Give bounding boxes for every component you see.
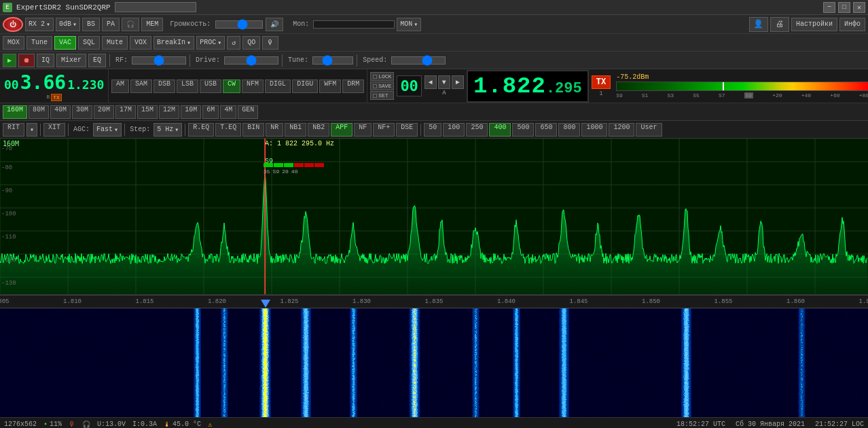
band-gen-button[interactable]: GEN	[238, 105, 258, 119]
iq-button[interactable]: IQ	[37, 54, 54, 67]
vac-button[interactable]: VAC	[54, 36, 76, 50]
freq-250-button[interactable]: 250	[466, 123, 488, 137]
nr-button[interactable]: NR	[266, 123, 283, 137]
speed-slider[interactable]	[391, 56, 446, 65]
play-button[interactable]: ▶	[3, 54, 16, 67]
band-20m-button[interactable]: 20M	[94, 105, 114, 119]
mic-status-icon: 🎙	[69, 421, 75, 429]
freq-user-button[interactable]: User	[636, 123, 662, 137]
print-icon-button[interactable]: 🖨	[770, 17, 789, 32]
nfplus-button[interactable]: NF+	[373, 123, 395, 137]
drm-button[interactable]: DRM	[342, 79, 364, 93]
settings-button[interactable]: Настройки	[791, 18, 837, 31]
nf-button[interactable]: NF	[354, 123, 372, 137]
gain-select[interactable]: 0dB▾	[56, 18, 80, 31]
smeter-s3: S3	[668, 92, 674, 99]
mox-button[interactable]: MOX	[3, 36, 24, 50]
sql-button[interactable]: SQL	[78, 36, 100, 50]
mic-button[interactable]: 🎙	[262, 36, 278, 50]
am-button[interactable]: AM	[111, 79, 129, 93]
refresh-button[interactable]: ↺	[227, 36, 240, 50]
info-button[interactable]: Инфо	[839, 18, 865, 31]
agc-select[interactable]: Fast▾	[93, 123, 122, 137]
nfm-button[interactable]: NFM	[242, 79, 264, 93]
usb-button[interactable]: USB	[200, 79, 221, 93]
rf-label: RF:	[113, 56, 130, 64]
band-10m-button[interactable]: 10M	[181, 105, 201, 119]
mute-button[interactable]: Mute	[102, 36, 128, 50]
mem-button[interactable]: MEM	[141, 18, 163, 31]
dse-button[interactable]: DSE	[396, 123, 418, 137]
qo-button[interactable]: QO	[242, 36, 260, 50]
freq-50-button[interactable]: 50	[424, 123, 441, 137]
freq-1000-button[interactable]: 1000	[581, 123, 607, 137]
rx-select[interactable]: RX 2▾	[25, 18, 54, 31]
band-40m-button[interactable]: 40M	[50, 105, 71, 119]
close-button[interactable]: ✕	[853, 2, 865, 13]
pa-button[interactable]: PA	[102, 18, 120, 31]
proc-select[interactable]: PROC▾	[196, 36, 225, 50]
nav-down-button[interactable]: ▼	[438, 75, 450, 89]
title-input[interactable]	[115, 2, 196, 12]
freq-tick-1.835: 1.835	[424, 298, 443, 305]
bin-button[interactable]: BIN	[242, 123, 264, 137]
band-17m-button[interactable]: 17M	[115, 105, 136, 119]
nav-right-button[interactable]: ►	[452, 75, 464, 89]
volume-slider[interactable]	[215, 20, 263, 29]
maximize-button[interactable]: □	[838, 2, 850, 13]
digu-button[interactable]: DIGU	[292, 79, 318, 93]
nav-left-button[interactable]: ◄	[424, 75, 437, 89]
save-button[interactable]: SAVE	[370, 82, 394, 90]
lsb-button[interactable]: LSB	[177, 79, 198, 93]
cw-button[interactable]: CW	[223, 79, 240, 93]
set-button[interactable]: SET	[370, 91, 394, 100]
band-80m-button[interactable]: 80M	[29, 105, 49, 119]
band-12m-button[interactable]: 12M	[159, 105, 179, 119]
lock-save-set-panel: LOCK SAVE SET	[370, 72, 394, 100]
sam-button[interactable]: SAM	[130, 79, 152, 93]
band-4m-button[interactable]: 4M	[220, 105, 236, 119]
dsb-button[interactable]: DSB	[153, 79, 175, 93]
vox-button[interactable]: VOX	[130, 36, 151, 50]
tune-slider[interactable]	[312, 56, 353, 65]
nb2-button[interactable]: NB2	[308, 123, 329, 137]
apf-button[interactable]: APF	[331, 123, 352, 137]
record-button[interactable]: ⏺	[18, 54, 35, 67]
user-icon-button[interactable]: 👤	[749, 17, 768, 32]
sig-label-s9: S9	[273, 168, 280, 175]
band-6m-button[interactable]: 6M	[202, 105, 219, 119]
step-select[interactable]: 5 Hz▾	[153, 123, 182, 137]
wfm-button[interactable]: WFM	[319, 79, 341, 93]
lock-button[interactable]: LOCK	[370, 72, 394, 81]
minimize-button[interactable]: −	[823, 2, 835, 13]
eq-button[interactable]: EQ	[88, 54, 106, 67]
band-30m-button[interactable]: 30M	[72, 105, 92, 119]
band-160m-button[interactable]: 160M	[3, 105, 27, 119]
rit-button[interactable]: RIT	[3, 123, 24, 137]
breakin-select[interactable]: BreakIn▾	[153, 36, 194, 50]
bs-button[interactable]: BS	[82, 18, 100, 31]
freq-800-button[interactable]: 800	[558, 123, 580, 137]
tune-button[interactable]: Tune	[26, 36, 52, 50]
freq-1200-button[interactable]: 1200	[609, 123, 634, 137]
smeter-p60: +60	[830, 92, 839, 99]
drive-slider[interactable]	[224, 56, 278, 65]
band-15m-button[interactable]: 15M	[137, 105, 158, 119]
freq-100-button[interactable]: 100	[443, 123, 465, 137]
xit-button[interactable]: XIT	[43, 123, 65, 137]
speaker-button[interactable]: 🔊	[266, 18, 283, 31]
rit-dropdown[interactable]: ▾	[26, 123, 37, 137]
nb1-button[interactable]: NB1	[285, 123, 306, 137]
mixer-button[interactable]: Mixer	[56, 54, 86, 67]
mon-select[interactable]: MON▾	[397, 18, 421, 31]
rf-slider[interactable]	[132, 56, 186, 65]
digl-button[interactable]: DIGL	[265, 79, 291, 93]
req-button[interactable]: R.EQ	[188, 123, 214, 137]
freq-500-button[interactable]: 500	[512, 123, 534, 137]
headphone-button[interactable]: 🎧	[122, 18, 139, 31]
freq-400-button[interactable]: 400	[489, 123, 511, 137]
freq-650-button[interactable]: 650	[535, 123, 557, 137]
teq-button[interactable]: T.EQ	[215, 123, 241, 137]
power-button[interactable]: ⏻	[3, 17, 23, 32]
sig-label-s5: S5	[264, 168, 270, 175]
